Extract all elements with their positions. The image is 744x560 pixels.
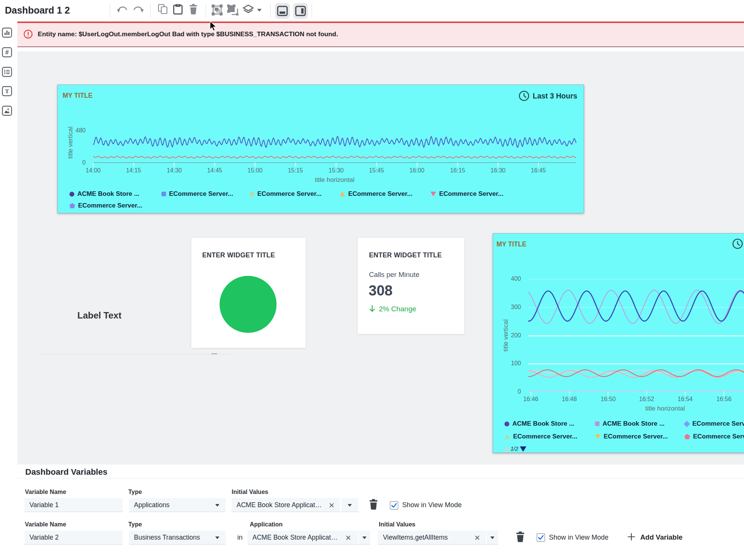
svg-text:T: T [5, 88, 9, 94]
svg-text:#: # [5, 49, 9, 55]
